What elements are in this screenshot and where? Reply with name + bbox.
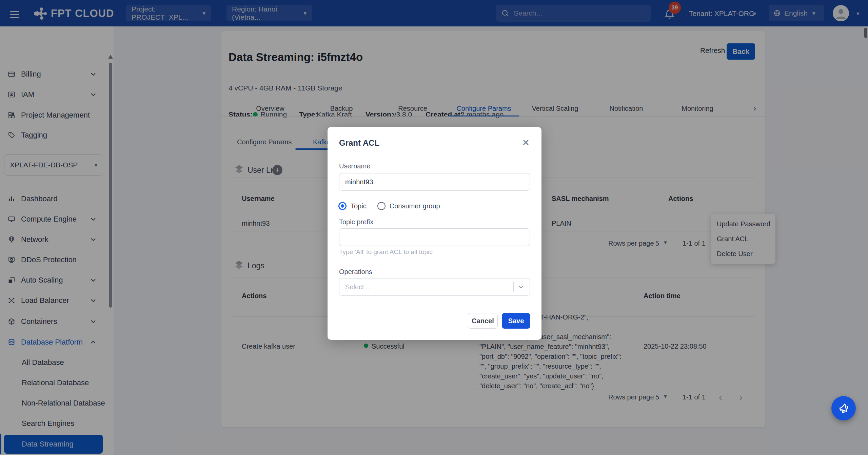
divider [513, 282, 514, 292]
megaphone-icon [837, 402, 850, 414]
radio-consumer-group[interactable] [377, 202, 386, 210]
screen: FPT CLOUD Project: PROJECT_XPL... ▾ Regi… [0, 0, 868, 455]
username-field[interactable] [339, 173, 530, 191]
radio-consumer-group-label: Consumer group [390, 202, 440, 210]
operations-label: Operations [339, 268, 372, 276]
operations-select[interactable]: Select... [339, 278, 530, 296]
close-icon[interactable]: ✕ [522, 138, 530, 148]
save-button[interactable]: Save [502, 313, 530, 329]
radio-topic[interactable] [338, 202, 347, 210]
chevron-down-icon [518, 285, 524, 289]
radio-topic-label: Topic [351, 202, 367, 210]
announcement-fab[interactable] [831, 396, 856, 420]
modal-title: Grant ACL [339, 138, 379, 148]
operations-select-placeholder: Select... [345, 283, 513, 291]
resource-type-radios: Topic Consumer group [338, 202, 440, 210]
username-label: Username [339, 162, 370, 170]
topic-prefix-helper: Type 'All' to grant ACL to all topic [339, 248, 433, 256]
topic-prefix-label: Topic prefix [339, 218, 373, 226]
topic-prefix-field[interactable] [339, 228, 530, 246]
cancel-button[interactable]: Cancel [468, 313, 498, 329]
